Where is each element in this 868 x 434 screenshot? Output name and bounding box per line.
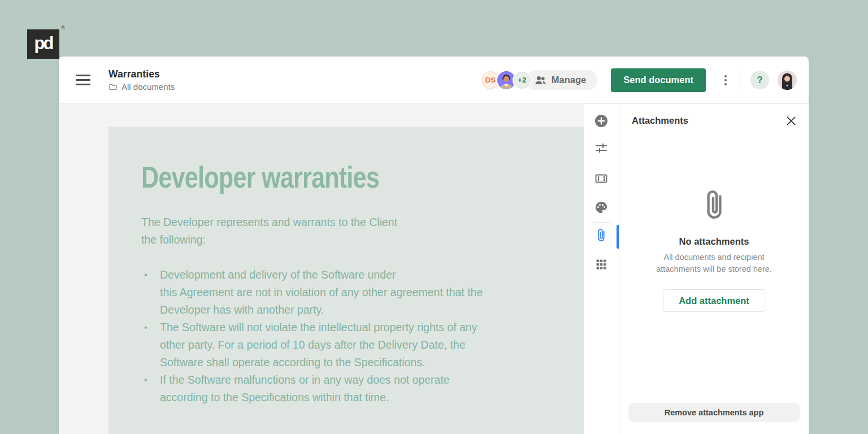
empty-state: No attachments All documents and recipie… [619, 189, 809, 312]
header-divider [740, 68, 740, 93]
breadcrumb-label: All documents [121, 82, 175, 92]
content-area: Developer warranties The Developer repre… [59, 104, 809, 434]
logo-text: pd [34, 33, 53, 54]
avatar-overflow-badge[interactable]: +2 [513, 71, 532, 90]
collaborator-avatars: DS +2 [480, 69, 598, 92]
settings-sliders-icon[interactable] [594, 141, 608, 155]
help-button[interactable]: ? [750, 71, 769, 89]
pandadoc-logo[interactable]: pd ® [27, 29, 59, 59]
close-icon[interactable] [786, 116, 796, 126]
empty-state-title: No attachments [619, 236, 809, 247]
document-heading[interactable]: Developer warranties [141, 159, 379, 194]
apps-grid-icon[interactable] [594, 258, 608, 271]
attachments-paperclip-icon[interactable] [594, 228, 608, 242]
document-title-block: Warranties All documents [108, 68, 175, 92]
tool-rail [584, 104, 619, 434]
bullet-item: The Software will not violate the intell… [141, 319, 561, 371]
registered-mark: ® [61, 25, 65, 31]
remove-attachments-app-button[interactable]: Remove attachments app [628, 403, 800, 422]
add-attachment-button[interactable]: Add attachment [663, 289, 765, 312]
document-title[interactable]: Warranties [108, 68, 175, 80]
folder-icon [108, 83, 118, 92]
bullet-item: If the Software malfunctions or in any w… [141, 371, 561, 406]
paperclip-icon [700, 189, 728, 220]
send-document-button[interactable]: Send document [611, 68, 706, 92]
manage-recipients-button[interactable]: Manage [525, 69, 598, 92]
app-window: Warranties All documents DS [59, 57, 809, 434]
avatar-woman-illustration [778, 71, 797, 90]
header: Warranties All documents DS [59, 57, 809, 104]
manage-label: Manage [552, 75, 586, 85]
document-bullet-list[interactable]: Development and delivery of the Software… [141, 266, 561, 406]
breadcrumb[interactable]: All documents [108, 82, 175, 92]
document-page[interactable]: Developer warranties The Developer repre… [108, 127, 584, 434]
user-avatar[interactable] [778, 71, 797, 90]
fields-brackets-icon[interactable] [594, 172, 608, 185]
design-palette-icon[interactable] [594, 201, 608, 214]
more-options-kebab-icon[interactable] [716, 68, 735, 92]
panel-title: Attachments [632, 115, 688, 126]
rail-divider [593, 222, 610, 223]
bullet-item: Development and delivery of the Software… [141, 266, 561, 319]
add-content-icon[interactable] [594, 114, 608, 128]
attachments-panel: Attachments No attachments All documents… [619, 104, 809, 434]
hamburger-menu-icon[interactable] [76, 75, 90, 85]
people-icon [535, 75, 546, 85]
empty-state-description: All documents and recipient attachments … [619, 251, 809, 275]
document-intro[interactable]: The Developer represents and warrants to… [141, 214, 561, 249]
